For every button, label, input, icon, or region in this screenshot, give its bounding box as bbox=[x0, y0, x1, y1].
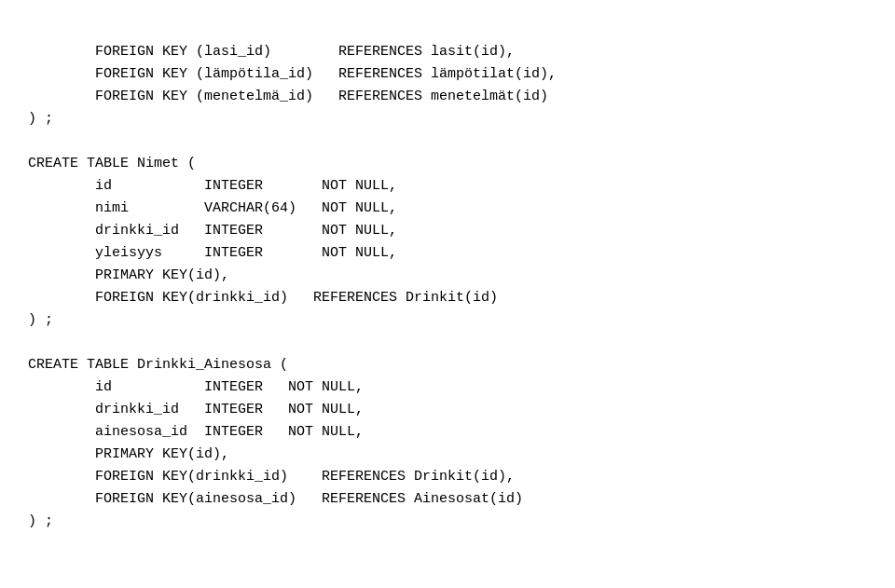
code-line: ) ; bbox=[28, 108, 867, 130]
code-line: FOREIGN KEY(drinkki_id) REFERENCES Drink… bbox=[28, 466, 867, 488]
code-line: PRIMARY KEY(id), bbox=[28, 265, 867, 287]
code-line: FOREIGN KEY (lämpötila_id) REFERENCES lä… bbox=[28, 63, 867, 86]
code-line: ) ; bbox=[28, 309, 867, 332]
code-block: FOREIGN KEY (lasi_id) REFERENCES lasit(i… bbox=[0, 0, 895, 552]
code-line: ) ; bbox=[28, 511, 867, 533]
code-line: id INTEGER NOT NULL, bbox=[28, 175, 867, 198]
code-line bbox=[28, 130, 867, 153]
code-line: PRIMARY KEY(id), bbox=[28, 444, 867, 466]
code-line: yleisyys INTEGER NOT NULL, bbox=[28, 242, 867, 265]
code-line: CREATE TABLE Nimet ( bbox=[28, 153, 867, 175]
code-line: nimi VARCHAR(64) NOT NULL, bbox=[28, 198, 867, 220]
code-line: FOREIGN KEY (menetelmä_id) REFERENCES me… bbox=[28, 86, 867, 108]
code-line: FOREIGN KEY(ainesosa_id) REFERENCES Aine… bbox=[28, 488, 867, 511]
code-line: FOREIGN KEY (lasi_id) REFERENCES lasit(i… bbox=[28, 41, 867, 63]
code-line: id INTEGER NOT NULL, bbox=[28, 376, 867, 399]
code-line: drinkki_id INTEGER NOT NULL, bbox=[28, 220, 867, 242]
code-line bbox=[28, 332, 867, 354]
code-line: CREATE TABLE Drinkki_Ainesosa ( bbox=[28, 354, 867, 376]
code-line: FOREIGN KEY(drinkki_id) REFERENCES Drink… bbox=[28, 287, 867, 309]
code-line: drinkki_id INTEGER NOT NULL, bbox=[28, 399, 867, 421]
code-line: ainesosa_id INTEGER NOT NULL, bbox=[28, 421, 867, 444]
